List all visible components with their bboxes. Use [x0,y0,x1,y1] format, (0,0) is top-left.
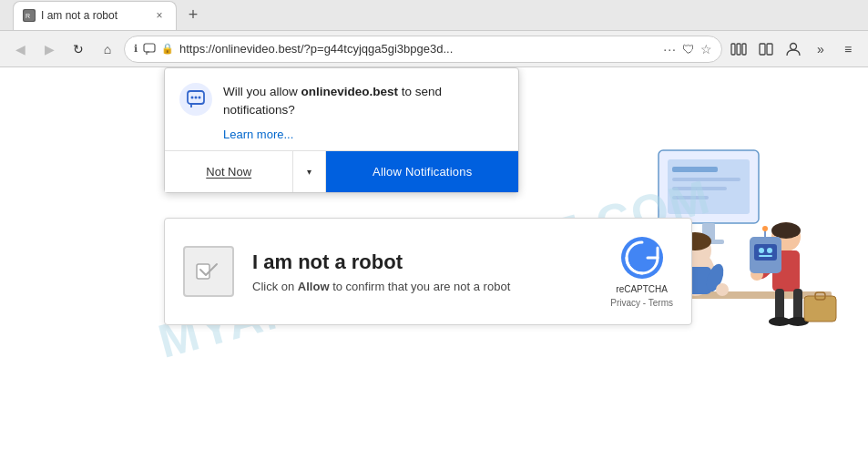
forward-button[interactable]: ▶ [36,36,62,62]
tab-favicon: R [23,9,36,22]
svg-rect-13 [672,187,727,190]
library-button[interactable] [726,36,751,62]
learn-more-link[interactable]: Learn more... [223,126,504,144]
new-tab-button[interactable]: + [180,3,206,28]
more-tools-button[interactable]: » [808,36,833,62]
info-icon: ℹ [134,43,138,55]
svg-rect-7 [767,44,772,55]
recaptcha-brand: reCAPTCHA [616,284,668,294]
recaptcha-box: I am not a robot Click on Allow to confi… [164,218,692,325]
bookmark-star-icon: ☆ [700,42,712,56]
svg-rect-11 [672,167,718,172]
url-more-icon: ··· [663,42,677,56]
chat-icon [143,43,156,56]
notification-popup: Will you allow onlinevideo.best to send … [164,67,519,193]
browser-window: R I am not a robot × + ◀ ▶ ↻ ⌂ ℹ 🔒 https… [0,0,868,470]
svg-point-39 [759,248,764,253]
svg-point-51 [199,97,201,99]
notification-chat-icon [179,83,212,116]
lock-icon: 🔒 [161,43,174,55]
recaptcha-checkbox[interactable] [183,246,234,297]
svg-rect-6 [760,44,765,55]
menu-button[interactable]: ≡ [835,36,861,62]
recaptcha-text-area: I am not a robot Click on Allow to confi… [252,250,592,293]
recaptcha-subtitle-bold: Allow [298,280,330,293]
popup-message-prefix: Will you allow [223,85,301,98]
svg-point-40 [767,248,772,253]
recaptcha-subtitle-prefix: Click on [252,280,298,293]
popup-actions: Not Now ▾ Allow Notifications [165,150,518,192]
not-now-dropdown-button[interactable]: ▾ [293,151,326,192]
tab-close-button[interactable]: × [152,8,167,23]
back-button[interactable]: ◀ [7,36,33,62]
svg-rect-30 [793,289,802,321]
recaptcha-subtitle-suffix: to confirm that you are not a robot [330,280,511,293]
active-tab[interactable]: R I am not a robot × [13,1,177,30]
tab-bar: R I am not a robot × + [0,0,868,31]
popup-body: Will you allow onlinevideo.best to send … [165,68,518,150]
toolbar-right: » ≡ [726,36,861,62]
shield-icon: 🛡 [682,42,695,56]
address-bar: ◀ ▶ ↻ ⌂ ℹ 🔒 https://onlinevideo.best/?p=… [0,31,868,67]
home-button[interactable]: ⌂ [95,36,120,62]
reader-view-button[interactable] [753,36,779,62]
svg-point-50 [195,97,198,99]
refresh-button[interactable]: ↻ [66,36,91,62]
url-bar[interactable]: ℹ 🔒 https://onlinevideo.best/?p=g44tcyjq… [124,36,722,63]
svg-text:R: R [26,13,30,19]
not-now-button[interactable]: Not Now [165,151,293,192]
account-button[interactable] [781,36,806,62]
svg-rect-38 [754,244,777,261]
svg-rect-14 [672,196,709,199]
page-content: MYANTISPYWARE.COM [0,67,868,470]
svg-point-27 [771,222,801,239]
popup-message: Will you allow onlinevideo.best to send … [223,83,504,143]
allow-notifications-button[interactable]: Allow Notifications [326,151,518,192]
tab-title: I am not a robot [41,9,152,22]
svg-point-25 [716,283,729,296]
url-text: https://onlinevideo.best/?p=g44tcyjqga5g… [179,42,658,56]
recaptcha-links: Privacy - Terms [610,298,673,308]
svg-rect-3 [731,44,735,55]
svg-rect-41 [759,255,772,257]
svg-rect-4 [737,44,740,55]
svg-rect-5 [742,44,746,55]
popup-site-name: onlinevideo.best [301,85,399,98]
svg-point-43 [762,226,768,231]
recaptcha-logo-area: reCAPTCHA Privacy - Terms [610,235,673,308]
svg-rect-29 [775,289,784,321]
recaptcha-subtitle: Click on Allow to confirm that you are n… [252,280,592,293]
svg-rect-2 [144,44,155,52]
svg-point-8 [791,43,797,49]
svg-rect-12 [672,178,740,181]
svg-point-49 [191,97,194,99]
recaptcha-title: I am not a robot [252,250,592,274]
